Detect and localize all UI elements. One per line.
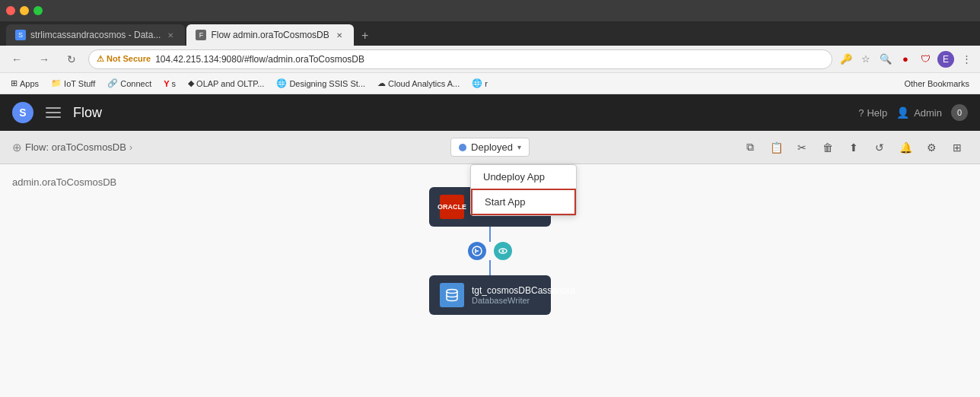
forward-button[interactable]: → [33,49,55,70]
bookmark-other[interactable]: Other Bookmarks [899,78,974,90]
eye-symbol [498,246,508,256]
bookmark-iot[interactable]: 📁 IoT Stuff [46,77,100,90]
notification-badge[interactable]: 0 [951,104,968,121]
start-app-item[interactable]: Start App [471,189,576,215]
browser-tab-1[interactable]: S strlimcassandracosmos - Data... ✕ [6,24,185,46]
deployed-chevron-icon: ▾ [517,143,521,151]
shield-icon[interactable]: 🛡 [918,52,933,67]
help-label: Help [867,107,887,119]
new-tab-button[interactable]: + [355,26,375,46]
menu-line1 [46,107,61,109]
bookmark-apps-label: Apps [20,79,39,88]
key-icon[interactable]: 🔑 [838,52,854,67]
bookmark-cloud[interactable]: ☁ Cloud Analytics A... [373,77,464,90]
bookmark-iot-label: IoT Stuff [64,79,95,88]
database-symbol [445,288,459,302]
apps-icon: ⊞ [11,78,18,88]
target-node-text: tgt_cosmosDBCassandra DatabaseWriter [472,285,575,305]
back-button[interactable]: ← [6,49,27,70]
connector-icons [468,242,512,260]
deployed-status-dot [459,144,466,151]
grid-button[interactable]: ⊞ [947,137,968,158]
diamond-icon: ◆ [188,78,194,88]
deployed-dropdown: Undeploy App Start App [470,164,577,216]
profile-icon[interactable]: E [937,51,954,68]
bookmarks-bar: ⊞ Apps 📁 IoT Stuff 🔗 Connect Y s ◆ OLAP … [0,73,980,94]
person-icon: 👤 [896,106,909,119]
y-icon: Y [164,79,169,88]
tab2-favicon: F [196,30,206,40]
bookmark-y[interactable]: Y s [159,78,180,90]
tab1-favicon: S [15,30,26,40]
connector-line-top [489,227,491,242]
scissors-button[interactable]: ✂ [791,137,813,158]
url-input[interactable]: ⚠ Not Secure 104.42.215.134:9080/#flow/a… [88,49,832,69]
db-icon [440,283,464,307]
link-icon: 🔗 [107,78,118,88]
hamburger-menu[interactable] [43,102,64,123]
browser-tab-2[interactable]: F Flow admin.oraToCosmosDB ✕ [186,24,353,46]
export-button[interactable]: ⬆ [843,137,864,158]
flow-connector [468,227,512,275]
copy-button[interactable]: ⧉ [740,137,761,158]
bookmark-cloud-label: Cloud Analytics A... [388,79,460,88]
reload-button[interactable]: ↻ [61,49,82,70]
connector-line-bottom [489,260,491,275]
tab1-close[interactable]: ✕ [165,30,176,40]
close-button[interactable] [6,6,15,15]
bookmark-r[interactable]: 🌐 r [467,77,492,90]
bookmark-connect[interactable]: 🔗 Connect [103,77,156,90]
deployed-label: Deployed [471,141,513,153]
flow-connector-icon[interactable] [468,242,486,260]
topnav-right: ? Help 👤 Admin 0 [858,104,968,121]
star-icon[interactable]: ☆ [858,52,873,67]
address-bar-actions: 🔑 ☆ 🔍 ● 🛡 E ⋮ [838,51,974,68]
toolbar-actions: ⧉ 📋 ✂ 🗑 ⬆ ↺ 🔔 ⚙ ⊞ [740,137,968,158]
window-controls[interactable] [6,6,43,15]
minimize-button[interactable] [20,6,29,15]
paste-button[interactable]: 📋 [765,137,787,158]
svg-point-2 [502,250,504,252]
admin-button[interactable]: 👤 Admin [896,106,942,119]
target-node-name: tgt_cosmosDBCassandra [472,285,575,296]
folder-icon: 📁 [51,78,62,88]
app-title: Flow [73,105,102,121]
tab1-label: strlimcassandracosmos - Data... [30,30,161,40]
bookmark-r-label: r [485,79,488,88]
globe-icon2: 🌐 [472,78,482,88]
menu-icon[interactable]: ⋮ [959,52,974,67]
flow-symbol [472,246,482,256]
eye-connector-icon[interactable] [494,242,512,260]
undeploy-app-item[interactable]: Undeploy App [471,165,576,189]
app-logo: S [12,102,33,123]
admin-label: Admin [914,107,942,119]
bookmark-connect-label: Connect [120,79,151,88]
target-node[interactable]: tgt_cosmosDBCassandra DatabaseWriter [429,275,551,315]
other-bookmarks-label: Other Bookmarks [904,79,969,88]
app-container: S Flow ? Help 👤 Admin 0 ⊕ Flow: oraToCos… [0,94,980,397]
target-node-type: DatabaseWriter [472,296,575,305]
bell-button[interactable]: 🔔 [895,137,916,158]
breadcrumb: ⊕ Flow: oraToCosmosDB › [12,141,132,154]
bookmark-ssis-label: Designing SSIS St... [289,79,365,88]
bookmark-y-label: s [172,79,177,88]
deployed-button[interactable]: Deployed ▾ [450,138,530,157]
help-button[interactable]: ? Help [858,107,887,119]
address-bar: ← → ↻ ⚠ Not Secure 104.42.215.134:9080/#… [0,46,980,73]
delete-button[interactable]: 🗑 [817,137,838,158]
search-icon[interactable]: 🔍 [878,52,893,67]
maximize-button[interactable] [33,6,43,15]
tab2-close[interactable]: ✕ [334,30,345,40]
plugin-icon[interactable]: ● [898,52,913,67]
bookmark-ssis[interactable]: 🌐 Designing SSIS St... [272,77,370,90]
undo-button[interactable]: ↺ [869,137,890,158]
url-text: 104.42.215.134:9080/#flow/admin.oraToCos… [155,54,364,65]
bookmark-olap[interactable]: ◆ OLAP and OLTP... [183,77,269,90]
deployed-section: Deployed ▾ [450,138,530,157]
settings-button[interactable]: ⚙ [921,137,942,158]
bookmark-apps[interactable]: ⊞ Apps [6,77,43,90]
toolbar: ⊕ Flow: oraToCosmosDB › Deployed ▾ ⧉ 📋 ✂… [0,131,980,164]
security-warning: ⚠ Not Secure [97,54,151,64]
cloud-icon: ☁ [377,78,386,88]
breadcrumb-text: Flow: oraToCosmosDB [25,141,126,153]
